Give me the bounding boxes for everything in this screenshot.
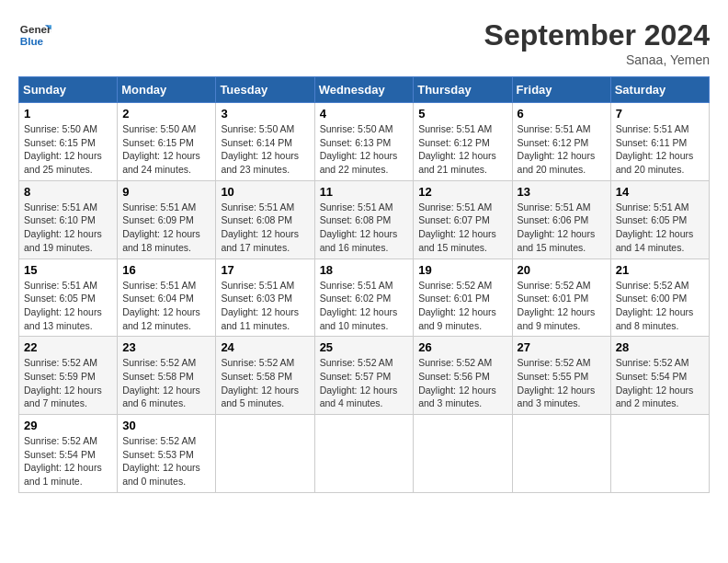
day-info: Sunrise: 5:52 AM Sunset: 5:54 PM Dayligh… [616,356,704,410]
month-title: September 2024 [484,18,710,52]
header-wednesday: Wednesday [314,77,414,103]
day-info: Sunrise: 5:51 AM Sunset: 6:12 PM Dayligh… [418,122,506,177]
day-info: Sunrise: 5:50 AM Sunset: 6:14 PM Dayligh… [221,122,309,177]
day-cell-7: 7 Sunrise: 5:51 AM Sunset: 6:11 PM Dayli… [610,103,709,181]
empty-cell [216,415,314,493]
day-info: Sunrise: 5:52 AM Sunset: 5:59 PM Dayligh… [24,356,112,410]
day-number: 19 [418,263,506,277]
day-info: Sunrise: 5:51 AM Sunset: 6:08 PM Dayligh… [221,201,309,255]
day-info: Sunrise: 5:52 AM Sunset: 6:01 PM Dayligh… [518,279,606,333]
day-info: Sunrise: 5:52 AM Sunset: 6:00 PM Dayligh… [616,279,704,333]
weekday-header-row: Sunday Monday Tuesday Wednesday Thursday… [19,77,710,103]
day-cell-29: 29 Sunrise: 5:52 AM Sunset: 5:54 PM Dayl… [19,415,118,493]
day-cell-6: 6 Sunrise: 5:51 AM Sunset: 6:12 PM Dayli… [512,103,610,181]
day-cell-26: 26 Sunrise: 5:52 AM Sunset: 5:56 PM Dayl… [414,337,512,415]
day-info: Sunrise: 5:51 AM Sunset: 6:02 PM Dayligh… [320,279,409,333]
day-cell-21: 21 Sunrise: 5:52 AM Sunset: 6:00 PM Dayl… [610,259,709,337]
day-number: 18 [320,263,409,277]
day-info: Sunrise: 5:51 AM Sunset: 6:05 PM Dayligh… [616,201,704,255]
day-number: 2 [122,107,210,121]
header-monday: Monday [118,77,216,103]
day-info: Sunrise: 5:51 AM Sunset: 6:12 PM Dayligh… [518,122,606,177]
day-number: 30 [122,419,210,432]
day-number: 27 [518,340,606,354]
day-cell-4: 4 Sunrise: 5:50 AM Sunset: 6:13 PM Dayli… [314,103,414,181]
day-cell-1: 1 Sunrise: 5:50 AM Sunset: 6:15 PM Dayli… [19,103,118,181]
day-number: 6 [518,107,606,121]
location: Sanaa, Yemen [484,52,710,67]
day-info: Sunrise: 5:51 AM Sunset: 6:09 PM Dayligh… [122,201,210,255]
header-thursday: Thursday [414,77,512,103]
day-number: 14 [616,185,704,199]
day-number: 11 [320,185,409,199]
logo-icon: General Blue [18,18,51,52]
day-info: Sunrise: 5:52 AM Sunset: 6:01 PM Dayligh… [418,279,506,333]
calendar-week-1: 1 Sunrise: 5:50 AM Sunset: 6:15 PM Dayli… [19,103,710,181]
day-info: Sunrise: 5:51 AM Sunset: 6:03 PM Dayligh… [221,279,309,333]
svg-text:General: General [20,23,51,35]
day-info: Sunrise: 5:50 AM Sunset: 6:15 PM Dayligh… [24,122,112,177]
day-cell-13: 13 Sunrise: 5:51 AM Sunset: 6:06 PM Dayl… [512,180,610,259]
day-info: Sunrise: 5:51 AM Sunset: 6:04 PM Dayligh… [122,279,210,333]
calendar-table: Sunday Monday Tuesday Wednesday Thursday… [18,76,710,493]
day-info: Sunrise: 5:51 AM Sunset: 6:05 PM Dayligh… [24,279,112,333]
day-cell-10: 10 Sunrise: 5:51 AM Sunset: 6:08 PM Dayl… [216,180,314,259]
day-cell-2: 2 Sunrise: 5:50 AM Sunset: 6:15 PM Dayli… [118,103,216,181]
day-cell-11: 11 Sunrise: 5:51 AM Sunset: 6:08 PM Dayl… [314,180,414,259]
empty-cell [512,415,610,493]
day-number: 3 [221,107,309,121]
day-info: Sunrise: 5:51 AM Sunset: 6:10 PM Dayligh… [24,201,112,255]
day-number: 10 [221,185,309,199]
day-cell-12: 12 Sunrise: 5:51 AM Sunset: 6:07 PM Dayl… [414,180,512,259]
day-cell-14: 14 Sunrise: 5:51 AM Sunset: 6:05 PM Dayl… [610,180,709,259]
day-cell-30: 30 Sunrise: 5:52 AM Sunset: 5:53 PM Dayl… [118,415,216,493]
day-cell-3: 3 Sunrise: 5:50 AM Sunset: 6:14 PM Dayli… [216,103,314,181]
day-cell-20: 20 Sunrise: 5:52 AM Sunset: 6:01 PM Dayl… [512,259,610,337]
day-number: 1 [24,107,112,121]
day-number: 8 [24,185,112,199]
day-cell-22: 22 Sunrise: 5:52 AM Sunset: 5:59 PM Dayl… [19,337,118,415]
day-info: Sunrise: 5:52 AM Sunset: 5:54 PM Dayligh… [24,434,112,488]
day-cell-18: 18 Sunrise: 5:51 AM Sunset: 6:02 PM Dayl… [314,259,414,337]
day-cell-8: 8 Sunrise: 5:51 AM Sunset: 6:10 PM Dayli… [19,180,118,259]
day-info: Sunrise: 5:52 AM Sunset: 5:58 PM Dayligh… [122,356,210,410]
day-number: 7 [616,107,704,121]
calendar-week: 15 Sunrise: 5:51 AM Sunset: 6:05 PM Dayl… [19,259,710,337]
day-info: Sunrise: 5:52 AM Sunset: 5:57 PM Dayligh… [320,356,409,410]
day-number: 24 [221,340,309,354]
empty-cell [314,415,414,493]
day-info: Sunrise: 5:51 AM Sunset: 6:07 PM Dayligh… [418,201,506,255]
day-cell-27: 27 Sunrise: 5:52 AM Sunset: 5:55 PM Dayl… [512,337,610,415]
day-info: Sunrise: 5:50 AM Sunset: 6:13 PM Dayligh… [320,122,409,177]
day-info: Sunrise: 5:52 AM Sunset: 5:56 PM Dayligh… [418,356,506,410]
day-info: Sunrise: 5:50 AM Sunset: 6:15 PM Dayligh… [122,122,210,177]
day-number: 16 [122,263,210,277]
day-cell-9: 9 Sunrise: 5:51 AM Sunset: 6:09 PM Dayli… [118,180,216,259]
day-cell-5: 5 Sunrise: 5:51 AM Sunset: 6:12 PM Dayli… [414,103,512,181]
svg-text:Blue: Blue [20,35,44,47]
day-cell-17: 17 Sunrise: 5:51 AM Sunset: 6:03 PM Dayl… [216,259,314,337]
day-number: 23 [122,340,210,354]
calendar-week: 22 Sunrise: 5:52 AM Sunset: 5:59 PM Dayl… [19,337,710,415]
empty-cell [610,415,709,493]
day-number: 28 [616,340,704,354]
day-info: Sunrise: 5:51 AM Sunset: 6:08 PM Dayligh… [320,201,409,255]
calendar-week: 8 Sunrise: 5:51 AM Sunset: 6:10 PM Dayli… [19,180,710,259]
day-cell-24: 24 Sunrise: 5:52 AM Sunset: 5:58 PM Dayl… [216,337,314,415]
day-number: 20 [518,263,606,277]
day-number: 29 [24,419,112,432]
calendar-week: 29 Sunrise: 5:52 AM Sunset: 5:54 PM Dayl… [19,415,710,493]
header-tuesday: Tuesday [216,77,314,103]
day-number: 17 [221,263,309,277]
day-info: Sunrise: 5:52 AM Sunset: 5:55 PM Dayligh… [518,356,606,410]
empty-cell [414,415,512,493]
day-cell-25: 25 Sunrise: 5:52 AM Sunset: 5:57 PM Dayl… [314,337,414,415]
day-cell-15: 15 Sunrise: 5:51 AM Sunset: 6:05 PM Dayl… [19,259,118,337]
day-number: 4 [320,107,409,121]
header-friday: Friday [512,77,610,103]
day-number: 5 [418,107,506,121]
day-cell-28: 28 Sunrise: 5:52 AM Sunset: 5:54 PM Dayl… [610,337,709,415]
day-number: 25 [320,340,409,354]
day-number: 22 [24,340,112,354]
page-header: General Blue September 2024 Sanaa, Yemen [18,18,710,67]
